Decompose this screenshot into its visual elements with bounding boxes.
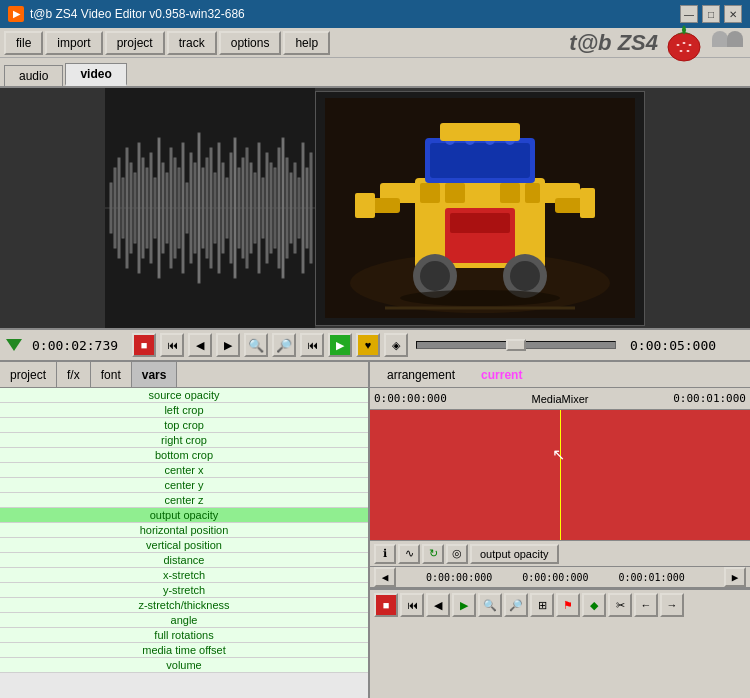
- property-item[interactable]: center y: [0, 478, 368, 493]
- stop-button[interactable]: ■: [132, 333, 156, 357]
- arrangement-content[interactable]: ↖: [370, 410, 750, 540]
- svg-point-2: [677, 44, 680, 46]
- menu-options[interactable]: options: [219, 31, 282, 55]
- svg-point-3: [683, 42, 686, 44]
- tab-video[interactable]: video: [65, 63, 126, 86]
- arr-zoom-out-btn[interactable]: 🔍: [478, 593, 502, 617]
- svg-rect-61: [302, 143, 304, 273]
- info-btn[interactable]: ℹ: [374, 544, 396, 564]
- bookmark-button[interactable]: ♥: [356, 333, 380, 357]
- arr-frame-fwd-btn[interactable]: ◀: [426, 593, 450, 617]
- property-item[interactable]: volume: [0, 658, 368, 673]
- step-back-button[interactable]: ⏮: [160, 333, 184, 357]
- camera-btn[interactable]: ◎: [446, 544, 468, 564]
- property-item[interactable]: full rotations: [0, 628, 368, 643]
- arr-arrow-right-btn[interactable]: →: [660, 593, 684, 617]
- menu-help[interactable]: help: [283, 31, 330, 55]
- property-item[interactable]: bottom crop: [0, 448, 368, 463]
- menu-track[interactable]: track: [167, 31, 217, 55]
- svg-point-87: [420, 261, 450, 291]
- property-item[interactable]: distance: [0, 553, 368, 568]
- tab-fx[interactable]: f/x: [57, 362, 91, 387]
- zoom-out-button[interactable]: 🔍: [244, 333, 268, 357]
- menu-import[interactable]: import: [45, 31, 102, 55]
- zoom-slider[interactable]: [416, 341, 616, 349]
- zoom-in-button[interactable]: 🔎: [272, 333, 296, 357]
- property-item[interactable]: right crop: [0, 433, 368, 448]
- tab-arrangement[interactable]: arrangement: [374, 364, 468, 386]
- svg-rect-72: [450, 213, 510, 233]
- property-item[interactable]: output opacity: [0, 508, 368, 523]
- right-panel: arrangement current 0:00:00:000 MediaMix…: [370, 362, 750, 698]
- bottom-panels: project f/x font vars source opacityleft…: [0, 362, 750, 698]
- property-item[interactable]: source opacity: [0, 388, 368, 403]
- wave-btn[interactable]: ∿: [398, 544, 420, 564]
- arr-t1: 0:00:00:000: [426, 572, 492, 583]
- svg-rect-37: [206, 158, 208, 258]
- svg-rect-46: [242, 158, 244, 258]
- properties-list: source opacityleft croptop cropright cro…: [0, 388, 368, 698]
- arrangement-timeline: ◀ 0:00:00:000 0:00:00:000 0:00:01:000 ▶: [370, 566, 750, 588]
- menu-bar: file import project track options help t…: [0, 28, 750, 58]
- svg-rect-19: [134, 173, 136, 243]
- property-item[interactable]: left crop: [0, 403, 368, 418]
- property-item[interactable]: y-stretch: [0, 583, 368, 598]
- tab-project[interactable]: project: [0, 362, 57, 387]
- arr-zoom-in-btn[interactable]: 🔎: [504, 593, 528, 617]
- arr-scissors-btn[interactable]: ✂: [608, 593, 632, 617]
- logo-strawberry-icon: [662, 21, 706, 65]
- svg-rect-48: [250, 163, 252, 253]
- property-item[interactable]: media time offset: [0, 643, 368, 658]
- property-item[interactable]: center z: [0, 493, 368, 508]
- svg-point-6: [687, 50, 690, 52]
- svg-rect-82: [355, 193, 375, 218]
- svg-rect-16: [122, 178, 124, 238]
- output-opacity-button[interactable]: output opacity: [470, 544, 559, 564]
- frame-back-button[interactable]: ◀: [188, 333, 212, 357]
- arr-flag-btn[interactable]: ⚑: [556, 593, 580, 617]
- property-item[interactable]: z-stretch/thickness: [0, 598, 368, 613]
- right-tabs: arrangement current: [370, 362, 750, 388]
- left-panel: project f/x font vars source opacityleft…: [0, 362, 370, 698]
- menu-file[interactable]: file: [4, 31, 43, 55]
- arr-prev-btn[interactable]: ◀: [374, 567, 396, 587]
- zoom-thumb[interactable]: [506, 339, 526, 351]
- loop-btn-rb[interactable]: ↻: [422, 544, 444, 564]
- arr-grid-btn[interactable]: ⊞: [530, 593, 554, 617]
- property-item[interactable]: vertical position: [0, 538, 368, 553]
- marker2-button[interactable]: ◈: [384, 333, 408, 357]
- arr-frame-back-btn[interactable]: ⏮: [400, 593, 424, 617]
- svg-rect-29: [174, 158, 176, 258]
- svg-point-91: [400, 290, 560, 306]
- right-bottom-toolbar: ℹ ∿ ↻ ◎ output opacity: [370, 540, 750, 566]
- menu-project[interactable]: project: [105, 31, 165, 55]
- tab-vars[interactable]: vars: [132, 362, 178, 387]
- arr-next-btn[interactable]: ▶: [724, 567, 746, 587]
- arr-arrow-left-btn[interactable]: ←: [634, 593, 658, 617]
- svg-point-89: [510, 261, 540, 291]
- transport-bar: 0:00:02:739 ■ ⏮ ◀ ▶ 🔍 🔎 ⏮ ▶ ♥ ◈ 0:00:05:…: [0, 328, 750, 362]
- svg-rect-26: [162, 163, 164, 253]
- svg-rect-33: [190, 153, 192, 263]
- property-item[interactable]: horizontal position: [0, 523, 368, 538]
- arr-marker-btn[interactable]: ◆: [582, 593, 606, 617]
- svg-rect-79: [440, 123, 520, 141]
- arr-stop-btn[interactable]: ■: [374, 593, 398, 617]
- duration-display: 0:00:05:000: [630, 338, 720, 353]
- svg-rect-47: [246, 148, 248, 268]
- tab-audio[interactable]: audio: [4, 65, 63, 86]
- arr-play-btn[interactable]: ▶: [452, 593, 476, 617]
- play-button[interactable]: ▶: [328, 333, 352, 357]
- tab-current[interactable]: current: [468, 364, 535, 386]
- svg-rect-69: [500, 183, 520, 203]
- property-item[interactable]: angle: [0, 613, 368, 628]
- frame-forward-button[interactable]: ▶: [216, 333, 240, 357]
- property-item[interactable]: top crop: [0, 418, 368, 433]
- tab-font[interactable]: font: [91, 362, 132, 387]
- svg-rect-24: [154, 178, 156, 238]
- svg-rect-34: [194, 163, 196, 253]
- goto-start-button[interactable]: ⏮: [300, 333, 324, 357]
- property-item[interactable]: center x: [0, 463, 368, 478]
- property-item[interactable]: x-stretch: [0, 568, 368, 583]
- svg-rect-62: [306, 168, 308, 248]
